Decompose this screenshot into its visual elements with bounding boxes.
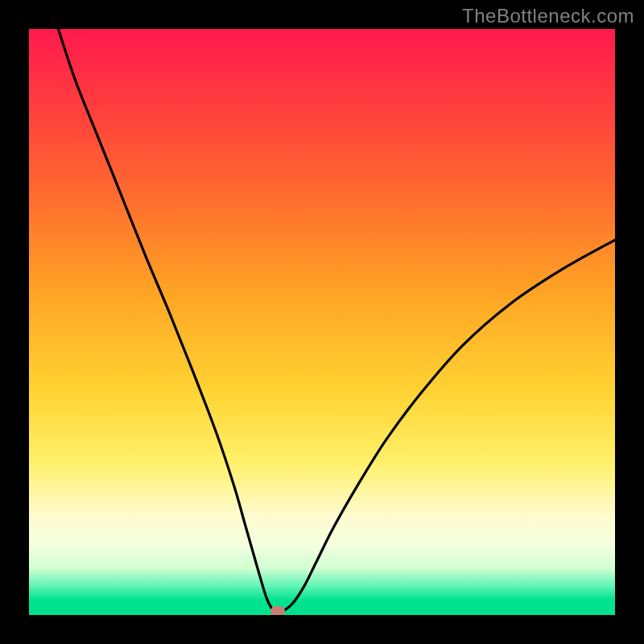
optimal-point-marker [270, 606, 285, 615]
plot-area [29, 29, 615, 615]
bottleneck-curve [29, 29, 615, 615]
chart-frame: TheBottleneck.com [0, 0, 644, 644]
watermark-text: TheBottleneck.com [462, 5, 634, 27]
